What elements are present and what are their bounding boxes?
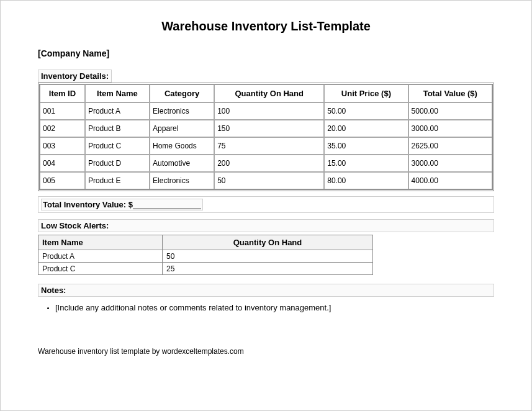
footer-credit: Warehouse inventory list template by wor…: [38, 347, 494, 356]
low-stock-header-row: Item Name Quantity On Hand: [38, 235, 373, 250]
header-unit-price: Unit Price ($): [324, 84, 408, 102]
table-cell: 001: [40, 102, 85, 120]
header-item-id: Item ID: [40, 84, 85, 102]
low-stock-header-item-name: Item Name: [38, 235, 163, 250]
table-row: 003Product CHome Goods7535.002625.00: [40, 137, 492, 155]
table-cell: Product C: [38, 263, 163, 275]
table-cell: 75: [214, 137, 324, 155]
table-cell: Product C: [85, 137, 150, 155]
table-cell: Electronics: [150, 102, 214, 120]
header-total-value: Total Value ($): [408, 84, 492, 102]
table-cell: 2625.00: [408, 137, 492, 155]
notes-list: [Include any additional notes or comment…: [38, 303, 494, 312]
table-cell: Automotive: [150, 155, 214, 172]
header-qoh: Quantity On Hand: [214, 84, 324, 102]
low-stock-table: Item Name Quantity On Hand Product A50Pr…: [38, 235, 373, 275]
table-cell: 4000.00: [408, 172, 492, 189]
table-cell: Product B: [85, 120, 150, 137]
table-cell: 20.00: [324, 120, 408, 137]
table-cell: 35.00: [324, 137, 408, 155]
table-cell: Product A: [85, 102, 150, 120]
notes-label: Notes:: [38, 284, 494, 297]
table-cell: 80.00: [324, 172, 408, 189]
low-stock-header-qoh: Quantity On Hand: [163, 235, 373, 250]
inventory-details-label: Inventory Details:: [38, 70, 112, 83]
table-cell: Product E: [85, 172, 150, 189]
header-category: Category: [150, 84, 214, 102]
table-cell: 50.00: [324, 102, 408, 120]
total-inventory-row: Total Inventory Value: $: [38, 196, 494, 213]
header-item-name: Item Name: [85, 84, 150, 102]
low-stock-alerts-label: Low Stock Alerts:: [38, 219, 494, 232]
table-cell: 200: [214, 155, 324, 172]
table-cell: 50: [163, 250, 373, 263]
table-row: 001Product AElectronics10050.005000.00: [40, 102, 492, 120]
document-page: Warehouse Inventory List-Template [Compa…: [0, 0, 532, 411]
table-header-row: Item ID Item Name Category Quantity On H…: [40, 84, 492, 102]
page-title: Warehouse Inventory List-Template: [38, 19, 494, 34]
company-name-placeholder: [Company Name]: [38, 48, 494, 58]
table-cell: Electronics: [150, 172, 214, 189]
inventory-table: Item ID Item Name Category Quantity On H…: [38, 83, 494, 191]
table-cell: 5000.00: [408, 102, 492, 120]
table-row: 005Product EElectronics5080.004000.00: [40, 172, 492, 189]
table-row: 002Product BApparel15020.003000.00: [40, 120, 492, 137]
total-inventory-label: Total Inventory Value: $: [41, 199, 203, 210]
table-cell: 005: [40, 172, 85, 189]
total-inventory-blank: [133, 209, 201, 209]
table-cell: Apparel: [150, 120, 214, 137]
table-cell: 002: [40, 120, 85, 137]
table-cell: 15.00: [324, 155, 408, 172]
table-cell: 150: [214, 120, 324, 137]
table-cell: 25: [163, 263, 373, 275]
table-cell: Home Goods: [150, 137, 214, 155]
table-cell: 003: [40, 137, 85, 155]
notes-item: [Include any additional notes or comment…: [55, 303, 494, 312]
table-row: Product A50: [38, 250, 373, 263]
table-cell: 50: [214, 172, 324, 189]
table-cell: Product A: [38, 250, 163, 263]
table-cell: 100: [214, 102, 324, 120]
table-row: 004Product DAutomotive20015.003000.00: [40, 155, 492, 172]
table-cell: 3000.00: [408, 120, 492, 137]
table-cell: 3000.00: [408, 155, 492, 172]
table-row: Product C25: [38, 263, 373, 275]
table-cell: Product D: [85, 155, 150, 172]
table-cell: 004: [40, 155, 85, 172]
